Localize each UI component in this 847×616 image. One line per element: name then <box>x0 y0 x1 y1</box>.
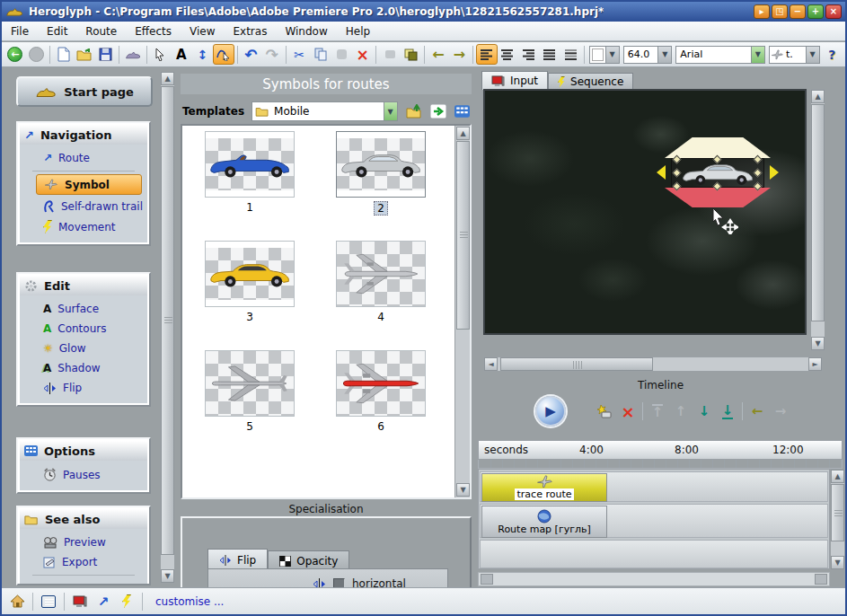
open-button[interactable] <box>74 44 94 65</box>
map-preview[interactable] <box>483 89 807 335</box>
menu-file[interactable]: File <box>2 23 38 40</box>
sidebar-item-pauses[interactable]: Pauses <box>20 464 147 485</box>
add-pause-button[interactable] <box>593 400 616 422</box>
symbol-selection[interactable] <box>665 137 771 207</box>
scroll-down-icon[interactable]: ▼ <box>811 337 825 350</box>
move-up-button[interactable]: ↑ <box>669 400 693 422</box>
symbol-thumb-4[interactable]: 4 <box>333 241 428 324</box>
menu-view[interactable]: View <box>181 23 224 40</box>
sidebar-scrollbar[interactable]: ▲ ▼ <box>160 71 175 584</box>
color-dropdown[interactable]: ▼ <box>589 46 619 64</box>
cut-button[interactable]: ✂ <box>288 44 309 65</box>
symbol-thumb-3[interactable]: 3 <box>202 241 297 324</box>
scroll-down-icon[interactable]: ▼ <box>456 483 470 497</box>
menu-extras[interactable]: Extras <box>224 23 276 40</box>
scale-tool-button[interactable]: ↕ <box>192 44 213 65</box>
apply-template-button[interactable] <box>428 101 447 121</box>
copy-button[interactable] <box>310 44 331 65</box>
text-tool-button[interactable]: A <box>171 44 191 65</box>
tab-flip[interactable]: Flip <box>207 549 268 570</box>
route-button[interactable]: ↗ <box>92 591 115 612</box>
track-row-3[interactable] <box>480 540 828 568</box>
back-button[interactable]: ← <box>4 44 25 65</box>
select-tool-button[interactable] <box>150 44 171 65</box>
symbol-thumb-2[interactable]: 2 <box>333 131 428 216</box>
scrollbar-right-button[interactable] <box>815 574 827 585</box>
home-button[interactable] <box>5 591 29 612</box>
list-view-button[interactable] <box>37 591 60 612</box>
next-object-button[interactable]: → <box>449 44 470 65</box>
timeline-ruler[interactable]: seconds 4:00 8:00 12:00 <box>478 440 843 460</box>
block-align-button[interactable] <box>560 44 581 65</box>
sidebar-item-surface[interactable]: A Surface <box>20 299 147 319</box>
menu-effects[interactable]: Effects <box>126 23 181 40</box>
scrollbar-thumb[interactable] <box>456 141 470 330</box>
new-document-button[interactable] <box>53 44 74 65</box>
scroll-down-icon[interactable]: ▼ <box>161 569 174 583</box>
move-to-top-button[interactable]: ↑ <box>646 400 669 422</box>
track-row-1[interactable]: trace route <box>480 471 828 502</box>
redo-button[interactable]: ↷ <box>261 44 282 65</box>
minimize-button[interactable]: − <box>790 4 806 19</box>
mascot-button[interactable] <box>122 44 143 65</box>
font-family-dropdown[interactable]: Arial▼ <box>675 46 765 64</box>
play-button[interactable]: ▶ <box>535 396 566 427</box>
sidebar-item-route[interactable]: ↗ Route <box>20 148 147 168</box>
forward-button[interactable] <box>25 44 46 65</box>
effects-button[interactable] <box>115 591 138 612</box>
next-pause-button[interactable]: → <box>769 400 792 422</box>
preview-vscrollbar[interactable]: ▲ ▼ <box>810 89 825 351</box>
delete-pause-button[interactable]: × <box>616 400 640 422</box>
start-page-button[interactable]: Start page <box>16 76 153 107</box>
route-tool-button[interactable] <box>213 44 234 65</box>
menu-route[interactable]: Route <box>76 23 126 40</box>
scrollbar-thumb[interactable] <box>161 86 174 555</box>
scroll-up-icon[interactable]: ▲ <box>811 90 825 103</box>
move-to-bottom-button[interactable]: ↓ <box>716 400 739 422</box>
save-button[interactable] <box>95 44 116 65</box>
scroll-right-icon[interactable]: ► <box>808 357 822 371</box>
align-right-button[interactable] <box>518 44 539 65</box>
thumbnails-scrollbar[interactable]: ▲ ▼ <box>454 126 470 497</box>
ungroup-button[interactable] <box>379 44 400 65</box>
symbol-thumb-5[interactable]: 5 <box>202 350 297 434</box>
align-center-button[interactable] <box>498 44 518 65</box>
track-row-2[interactable]: Route map [гугль] <box>480 504 828 538</box>
sidebar-item-flip[interactable]: Flip <box>20 378 147 398</box>
preview-hscrollbar[interactable]: ◄ ► <box>483 356 823 372</box>
symbol-thumb-1[interactable]: 1 <box>202 131 297 215</box>
scroll-up-icon[interactable]: ▲ <box>831 470 844 483</box>
sidebar-item-symbol[interactable]: Symbol <box>36 174 142 195</box>
font-size-dropdown[interactable]: 64.0▼ <box>623 46 673 64</box>
help-button[interactable]: ? <box>822 44 843 65</box>
scroll-up-icon[interactable]: ▲ <box>161 72 174 85</box>
delete-button[interactable]: × <box>352 44 373 65</box>
undock-button[interactable]: ◳ <box>772 4 788 19</box>
paste-button[interactable] <box>331 44 351 65</box>
rotate-left-arrow-icon[interactable] <box>657 165 666 180</box>
sidebar-item-contours[interactable]: A Contours <box>20 319 147 339</box>
align-left-button[interactable] <box>476 44 497 65</box>
timeline-hscrollbar[interactable] <box>478 572 830 586</box>
scrollbar-thumb[interactable] <box>811 104 825 321</box>
tab-opacity[interactable]: Opacity <box>268 550 349 570</box>
trace-route-clip[interactable]: trace route <box>481 473 607 502</box>
scrollbar-thumb[interactable] <box>831 484 844 541</box>
group-button[interactable] <box>401 44 421 65</box>
dock-button[interactable]: ▸ <box>754 4 770 19</box>
scrollbar-left-button[interactable] <box>481 574 493 585</box>
sidebar-item-self-drawn-trail[interactable]: Self-drawn trail <box>20 196 147 216</box>
sidebar-item-preview[interactable]: Preview <box>20 532 147 552</box>
symbol-type-dropdown[interactable]: t.▼ <box>769 46 820 64</box>
input-monitor-button[interactable] <box>68 591 92 612</box>
scroll-up-icon[interactable]: ▲ <box>456 127 470 140</box>
rotate-right-arrow-icon[interactable] <box>770 165 779 180</box>
previous-pause-button[interactable]: ← <box>746 400 769 422</box>
customise-link[interactable]: customise ... <box>155 595 224 608</box>
sidebar-item-movement[interactable]: Movement <box>20 216 147 237</box>
scrollbar-thumb[interactable] <box>500 357 653 371</box>
menu-window[interactable]: Window <box>276 23 336 40</box>
menu-help[interactable]: Help <box>337 23 379 40</box>
move-down-button[interactable]: ↓ <box>693 400 716 422</box>
maximize-button[interactable]: + <box>807 4 824 19</box>
